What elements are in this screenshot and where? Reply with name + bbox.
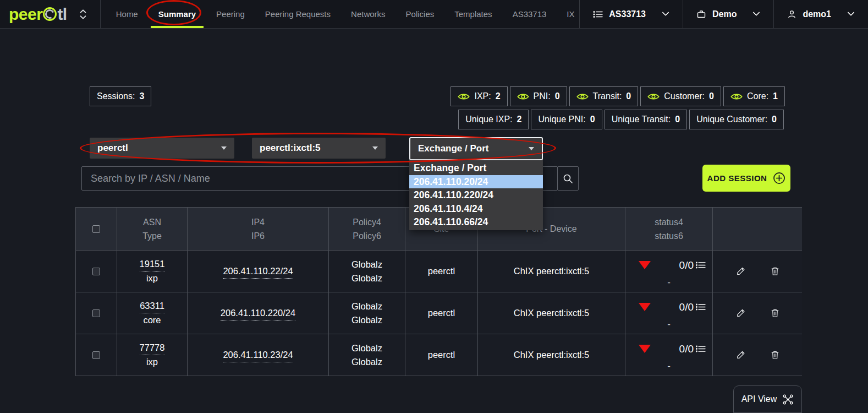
badge-ixp[interactable]: IXP:2 <box>451 86 507 106</box>
api-view-button[interactable]: API View <box>733 385 802 413</box>
status-cell: 0/0 - <box>625 334 713 376</box>
search-icon <box>563 173 573 184</box>
badge-unique-transit: Unique Transit:0 <box>605 110 688 129</box>
header-asn-type: ASN Type <box>117 208 188 250</box>
workspace-selector[interactable]: Demo <box>683 0 773 28</box>
list-icon <box>593 10 603 19</box>
header-policy: Policy4 Policy6 <box>329 208 405 250</box>
dropdown-option[interactable]: Exchange / Port <box>409 161 543 175</box>
network-select[interactable]: peerctl <box>90 138 234 159</box>
policy-cell: Globalz Globalz <box>329 334 405 376</box>
delete-session-button[interactable] <box>770 350 780 360</box>
status6-value: - <box>632 317 706 331</box>
nav-item-peering[interactable]: Peering <box>216 0 245 28</box>
nav-item-policies[interactable]: Policies <box>406 0 435 28</box>
edit-session-button[interactable] <box>735 350 746 360</box>
policy-cell: Globalz Globalz <box>329 292 405 334</box>
nav-item-summary[interactable]: Summary <box>158 0 196 28</box>
asn-link[interactable]: 77778 <box>140 341 165 355</box>
status-cell: 0/0 - <box>625 292 713 334</box>
status-ratio: 0/0 <box>679 342 694 356</box>
badge-transit[interactable]: Transit:0 <box>569 86 639 106</box>
row-checkbox[interactable] <box>92 309 100 317</box>
eye-icon <box>730 93 743 101</box>
pencil-icon <box>735 266 746 276</box>
dropdown-option[interactable]: 206.41.110.66/24 <box>409 215 543 229</box>
table-row-cell <box>76 334 117 376</box>
logo-text-tl: tl <box>57 5 67 24</box>
dropdown-option[interactable]: 206.41.110.4/24 <box>409 202 543 216</box>
port-device-cell: ChIX peerctl:ixctl:5 <box>478 292 625 334</box>
edit-session-button[interactable] <box>735 308 746 318</box>
logo-collapse-chevrons-icon[interactable] <box>79 8 87 20</box>
chevron-down-icon <box>752 12 760 17</box>
row-checkbox[interactable] <box>92 351 100 359</box>
briefcase-icon <box>696 9 706 19</box>
chevron-down-icon <box>662 12 669 17</box>
route-list-icon[interactable] <box>696 303 706 311</box>
eye-icon <box>576 93 589 101</box>
delete-session-button[interactable] <box>770 308 780 318</box>
badge-unique-ixp: Unique IXP:2 <box>458 110 529 129</box>
site-cell: peerctl <box>405 292 478 334</box>
port-select[interactable]: peerctl:ixctl:5 <box>252 138 386 159</box>
logo-text-peer: peer <box>9 5 42 24</box>
nav-item-peering-requests[interactable]: Peering Requests <box>265 0 331 28</box>
add-session-button[interactable]: ADD SESSION <box>702 165 790 192</box>
nav-item-templates[interactable]: Templates <box>454 0 492 28</box>
port-device-cell: ChIX peerctl:ixctl:5 <box>478 334 625 376</box>
org-selector[interactable]: AS33713 <box>579 0 683 28</box>
row-checkbox[interactable] <box>92 268 100 275</box>
asn-link[interactable]: 63311 <box>140 299 164 313</box>
session-type: ixp <box>146 271 158 285</box>
exchange-port-select[interactable]: Exchange / Port <box>409 137 543 160</box>
badge-core[interactable]: Core:1 <box>723 86 785 106</box>
actions-cell <box>713 250 802 292</box>
header-actions <box>713 208 802 250</box>
trash-icon <box>770 308 780 318</box>
dropdown-option-highlighted[interactable]: 206.41.110.20/24 <box>409 175 543 189</box>
search-button[interactable] <box>557 166 579 191</box>
nav-item-networks[interactable]: Networks <box>351 0 386 28</box>
session-type-badges: IXP:2 PNI:0 Transit:0 Customer:0 Core:1 <box>451 86 785 106</box>
ip4-link[interactable]: 206.41.110.220/24 <box>221 306 295 320</box>
delete-session-button[interactable] <box>770 266 780 276</box>
chevron-down-icon <box>847 12 855 17</box>
header-ip: IP4 IP6 <box>188 208 329 250</box>
navbar-divider <box>100 0 101 29</box>
exchange-port-dropdown: Exchange / Port 206.41.110.20/24 206.41.… <box>409 160 543 230</box>
ip4-link[interactable]: 206.41.110.23/24 <box>223 348 293 362</box>
dropdown-option[interactable]: 206.41.110.220/24 <box>409 188 543 202</box>
nav-item-home[interactable]: Home <box>116 0 138 28</box>
status-down-icon <box>639 261 651 269</box>
table-row-cell <box>76 250 117 292</box>
sessions-label: Sessions: <box>97 91 135 101</box>
site-cell: peerctl <box>405 334 478 376</box>
status-cell: 0/0 - <box>625 250 713 292</box>
trash-icon <box>770 266 780 276</box>
route-list-icon[interactable] <box>696 345 706 353</box>
nav-item-as33713[interactable]: AS33713 <box>513 0 547 28</box>
route-list-icon[interactable] <box>696 261 706 269</box>
workspace-selector-label: Demo <box>712 9 737 19</box>
edit-session-button[interactable] <box>735 266 746 276</box>
select-all-checkbox[interactable] <box>92 225 100 233</box>
user-menu[interactable]: demo1 <box>773 0 868 28</box>
peerctl-logo[interactable]: peertl <box>9 5 67 24</box>
status-ratio: 0/0 <box>679 258 694 272</box>
asn-link[interactable]: 19151 <box>140 257 165 271</box>
sessions-table: ASN Type IP4 IP6 Policy4 Policy6 Site Po… <box>75 207 802 376</box>
pencil-icon <box>735 350 746 360</box>
badge-customer[interactable]: Customer:0 <box>640 86 721 106</box>
badge-unique-pni: Unique PNI:0 <box>531 110 602 129</box>
caret-down-icon <box>372 146 378 150</box>
badge-pni[interactable]: PNI:0 <box>510 86 567 106</box>
user-icon <box>787 9 796 19</box>
eye-icon <box>517 93 529 101</box>
unique-count-badges: Unique IXP:2 Unique PNI:0 Unique Transit… <box>458 110 784 129</box>
nav-item-ix[interactable]: IX <box>567 0 574 28</box>
ip4-link[interactable]: 206.41.110.22/24 <box>223 264 293 279</box>
policy-cell: Globalz Globalz <box>329 250 405 292</box>
status-ratio: 0/0 <box>679 300 694 314</box>
caret-down-icon <box>529 147 534 150</box>
